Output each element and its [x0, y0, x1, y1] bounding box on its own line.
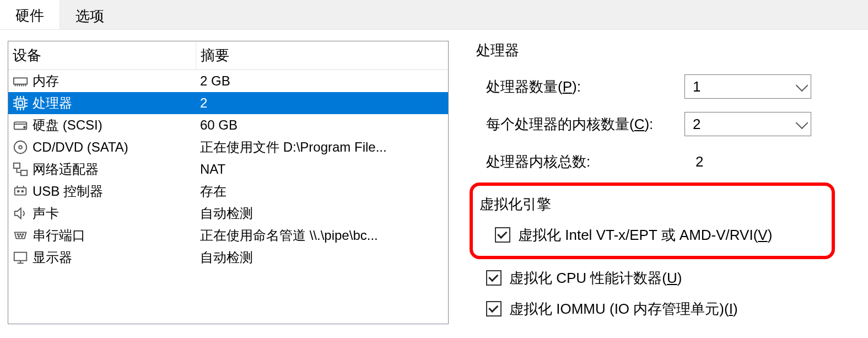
cores-per-label: 每个处理器的内核数量(C):	[486, 115, 684, 134]
device-row-hdd[interactable]: 硬盘 (SCSI) 60 GB	[8, 114, 448, 136]
display-icon	[10, 248, 30, 267]
virtualization-highlight-box: 虚拟化引擎 虚拟化 Intel VT-x/EPT 或 AMD-V/RVI(V)	[470, 183, 835, 259]
total-cores-label: 处理器内核总数:	[486, 152, 684, 171]
svg-rect-27	[21, 170, 27, 175]
device-label: USB 控制器	[33, 183, 103, 200]
processor-settings-panel: 处理器 处理器数量(P): 1 每个处理器的内核数量(C): 2 处理器内核总数…	[470, 41, 868, 324]
svg-point-25	[19, 146, 22, 149]
svg-point-22	[24, 126, 25, 128]
device-header-device[interactable]: 设备	[8, 41, 196, 69]
hdd-icon	[10, 115, 30, 135]
cpu-icon	[10, 93, 30, 113]
device-label: 网络适配器	[33, 160, 99, 178]
device-row-usb[interactable]: USB 控制器 存在	[8, 180, 448, 202]
svg-point-31	[18, 191, 19, 192]
device-label: 串行端口	[33, 227, 85, 244]
virt-vt-x-label: 虚拟化 Intel VT-x/EPT 或 AMD-V/RVI(V)	[518, 226, 772, 245]
memory-icon	[10, 71, 30, 91]
device-row-sound[interactable]: 声卡 自动检测	[8, 202, 448, 224]
sound-icon	[10, 203, 30, 223]
virt-cpu-counters-label: 虚拟化 CPU 性能计数器(U)	[509, 269, 682, 288]
svg-point-24	[14, 141, 27, 154]
svg-point-36	[18, 236, 19, 237]
device-row-serial[interactable]: 串行端口 正在使用命名管道 \\.\pipe\bc...	[8, 224, 448, 246]
device-summary: 2	[200, 95, 448, 111]
usb-icon	[10, 181, 30, 201]
device-summary: 正在使用文件 D:\Program File...	[200, 138, 448, 156]
virt-iommu-label: 虚拟化 IOMMU (IO 内存管理单元)(I)	[509, 299, 738, 319]
device-summary: 60 GB	[200, 117, 448, 133]
network-icon	[10, 159, 30, 179]
num-processors-select[interactable]: 1	[684, 74, 811, 99]
serial-icon	[10, 226, 30, 245]
device-label: 处理器	[33, 94, 72, 112]
virt-iommu-checkbox[interactable]	[486, 301, 502, 316]
device-row-processor[interactable]: 处理器 2	[8, 92, 448, 114]
device-label: 硬盘 (SCSI)	[33, 116, 103, 134]
device-label: 内存	[33, 72, 59, 90]
device-summary: 自动检测	[200, 205, 448, 222]
device-summary: NAT	[200, 162, 448, 177]
virt-iommu-row[interactable]: 虚拟化 IOMMU (IO 内存管理单元)(I)	[486, 293, 868, 324]
svg-rect-7	[17, 99, 25, 108]
tab-hardware[interactable]: 硬件	[0, 0, 60, 29]
cores-per-value: 2	[693, 116, 700, 133]
device-summary: 自动检测	[200, 249, 448, 266]
num-processors-label: 处理器数量(P):	[486, 77, 684, 96]
device-row-memory[interactable]: 内存 2 GB	[8, 70, 448, 92]
virt-cpu-counters-row[interactable]: 虚拟化 CPU 性能计数器(U)	[486, 262, 868, 293]
device-row-network[interactable]: 网络适配器 NAT	[8, 158, 448, 180]
svg-rect-28	[15, 187, 26, 195]
svg-rect-0	[14, 78, 27, 84]
svg-rect-8	[18, 101, 23, 105]
svg-rect-26	[14, 163, 20, 168]
device-summary: 存在	[200, 183, 448, 200]
num-processors-value: 1	[693, 78, 700, 95]
total-cores-value: 2	[684, 153, 703, 170]
device-table-header: 设备 摘要	[8, 41, 448, 70]
virt-vt-x-checkbox[interactable]	[495, 227, 510, 243]
device-label: CD/DVD (SATA)	[33, 140, 128, 155]
device-summary: 正在使用命名管道 \\.\pipe\bc...	[200, 227, 448, 244]
device-row-cddvd[interactable]: CD/DVD (SATA) 正在使用文件 D:\Program File...	[8, 136, 448, 158]
device-row-display[interactable]: 显示器 自动检测	[8, 246, 448, 269]
device-summary: 2 GB	[200, 73, 448, 89]
tab-options[interactable]: 选项	[60, 0, 120, 29]
chevron-down-icon	[796, 117, 808, 130]
svg-point-32	[21, 191, 23, 192]
virt-group-title: 虚拟化引擎	[479, 195, 826, 214]
device-label: 显示器	[33, 249, 72, 266]
svg-point-33	[17, 234, 18, 235]
cores-per-row: 每个处理器的内核数量(C): 2	[486, 105, 868, 143]
tab-bar: 硬件 选项	[0, 0, 868, 30]
virt-vt-x-row[interactable]: 虚拟化 Intel VT-x/EPT 或 AMD-V/RVI(V)	[495, 219, 826, 250]
virt-cpu-counters-checkbox[interactable]	[486, 270, 502, 286]
device-label: 声卡	[33, 205, 59, 222]
svg-rect-38	[14, 253, 27, 261]
processor-group-title: 处理器	[476, 41, 868, 60]
total-cores-row: 处理器内核总数: 2	[486, 143, 868, 180]
device-header-summary[interactable]: 摘要	[196, 41, 448, 69]
svg-point-37	[21, 236, 23, 237]
cd-icon	[10, 137, 30, 157]
num-processors-row: 处理器数量(P): 1	[486, 68, 868, 105]
svg-point-35	[23, 234, 24, 235]
chevron-down-icon	[796, 79, 808, 92]
cores-per-select[interactable]: 2	[684, 112, 811, 136]
device-table: 设备 摘要 内存 2 GB	[8, 41, 449, 324]
svg-point-34	[20, 234, 21, 235]
